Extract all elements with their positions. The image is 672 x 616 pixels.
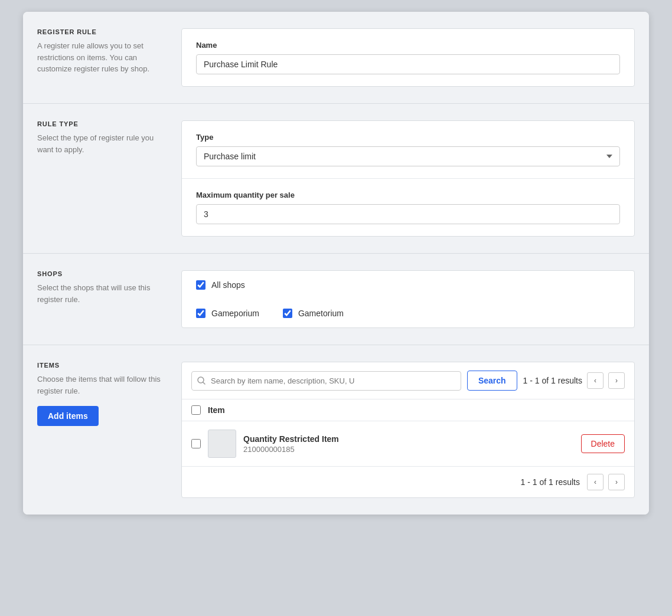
rule-type-content: Type Purchase limit Maximum quantity per…: [181, 120, 635, 237]
items-desc: Choose the items that will follow this r…: [37, 373, 167, 397]
item-sku: 210000000185: [243, 445, 574, 454]
footer-pagination-text: 1 - 1 of 1 results: [521, 477, 580, 487]
search-bar: Search 1 - 1 of 1 results ‹ ›: [182, 362, 634, 399]
add-items-button[interactable]: Add items: [37, 406, 99, 426]
type-block: Type Purchase limit: [182, 121, 634, 178]
shop1-label[interactable]: Gameporium: [196, 309, 259, 318]
item-row-checkbox[interactable]: [191, 439, 201, 448]
search-button[interactable]: Search: [467, 371, 517, 391]
shop2-text: Gametorium: [298, 309, 344, 318]
shops-desc: Select the shops that will use this regi…: [37, 282, 167, 305]
shop1-text: Gameporium: [211, 309, 259, 318]
items-section: ITEMS Choose the items that will follow …: [23, 345, 649, 515]
max-qty-label: Maximum quantity per sale: [196, 191, 620, 199]
svg-line-1: [203, 382, 205, 384]
name-block: Name: [182, 29, 634, 86]
shops-content: All shops Gameporium Gametorium: [181, 270, 635, 328]
item-thumbnail: [208, 430, 236, 458]
item-name: Quantity Restricted Item: [243, 434, 574, 444]
search-input-wrap: [191, 371, 461, 391]
item-info: Quantity Restricted Item 210000000185: [243, 434, 574, 454]
items-title: ITEMS: [37, 362, 167, 369]
prev-page-button-top[interactable]: ‹: [587, 372, 604, 389]
name-label: Name: [196, 41, 620, 50]
rule-type-label: RULE TYPE Select the type of register ru…: [37, 120, 167, 237]
shop1-checkbox[interactable]: [196, 309, 205, 318]
register-rule-label: REGISTER RULE A register rule allows you…: [37, 28, 167, 87]
register-rule-desc: A register rule allows you to set restri…: [37, 40, 167, 75]
items-content: Search 1 - 1 of 1 results ‹ › Item Quant…: [181, 362, 635, 498]
table-footer: 1 - 1 of 1 results ‹ ›: [182, 467, 634, 497]
search-input[interactable]: [191, 371, 461, 391]
search-icon: [197, 376, 205, 385]
max-qty-block: Maximum quantity per sale: [182, 178, 634, 236]
page-container: REGISTER RULE A register rule allows you…: [23, 12, 649, 515]
shop2-checkbox[interactable]: [283, 309, 292, 318]
type-label: Type: [196, 133, 620, 142]
table-header: Item: [182, 399, 634, 421]
select-all-checkbox[interactable]: [191, 405, 201, 415]
all-shops-label[interactable]: All shops: [196, 280, 245, 290]
max-qty-input[interactable]: [196, 204, 620, 224]
shops-section: SHOPS Select the shops that will use thi…: [23, 254, 649, 345]
register-rule-section: REGISTER RULE A register rule allows you…: [23, 12, 649, 104]
shop2-label[interactable]: Gametorium: [283, 309, 344, 318]
register-rule-title: REGISTER RULE: [37, 28, 167, 35]
next-page-button-bottom[interactable]: ›: [608, 474, 625, 490]
rule-type-section: RULE TYPE Select the type of register ru…: [23, 104, 649, 254]
rule-type-title: RULE TYPE: [37, 120, 167, 127]
table-header-item-label: Item: [208, 405, 225, 415]
shops-title: SHOPS: [37, 270, 167, 277]
table-row: Quantity Restricted Item 210000000185 De…: [182, 421, 634, 467]
shops-label: SHOPS Select the shops that will use thi…: [37, 270, 167, 328]
items-label: ITEMS Choose the items that will follow …: [37, 362, 167, 498]
prev-page-button-bottom[interactable]: ‹: [587, 474, 604, 490]
register-rule-content: Name: [181, 28, 635, 87]
all-shops-text: All shops: [211, 280, 245, 290]
shops-grid: Gameporium Gametorium: [182, 299, 634, 327]
delete-button[interactable]: Delete: [581, 434, 625, 453]
rule-type-desc: Select the type of register rule you wan…: [37, 132, 167, 155]
type-select[interactable]: Purchase limit: [196, 146, 620, 166]
next-page-button-top[interactable]: ›: [608, 372, 625, 389]
all-shops-row: All shops: [182, 271, 634, 299]
top-pagination-text: 1 - 1 of 1 results: [523, 376, 582, 385]
top-pagination: 1 - 1 of 1 results ‹ ›: [523, 372, 625, 389]
all-shops-checkbox[interactable]: [196, 280, 205, 290]
name-input[interactable]: [196, 54, 620, 74]
